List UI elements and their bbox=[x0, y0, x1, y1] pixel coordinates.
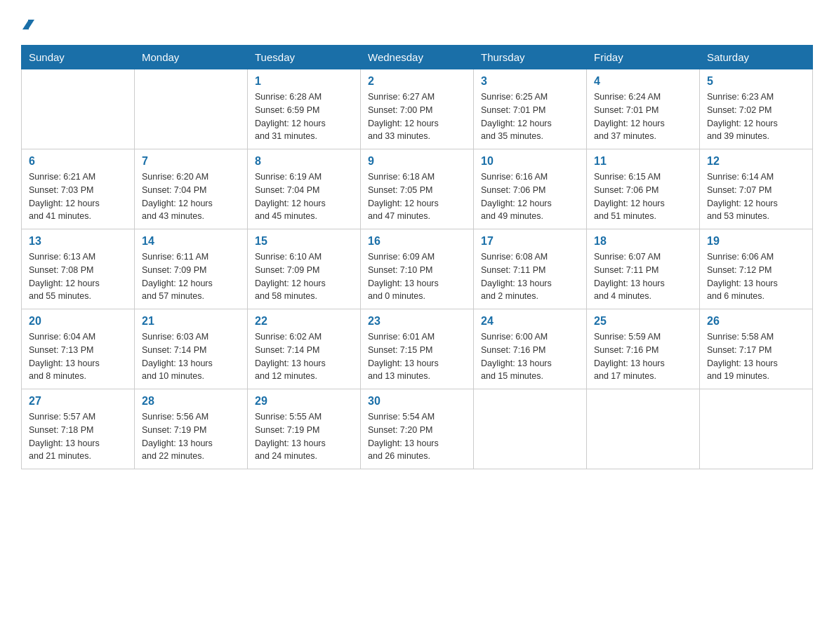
day-number: 24 bbox=[481, 315, 579, 328]
weekday-header-sunday: Sunday bbox=[22, 46, 135, 69]
day-info: Sunrise: 6:23 AM Sunset: 7:02 PM Dayligh… bbox=[707, 90, 805, 143]
logo-triangle-icon bbox=[22, 14, 34, 34]
calendar-cell: 16Sunrise: 6:09 AM Sunset: 7:10 PM Dayli… bbox=[361, 229, 474, 309]
calendar-cell bbox=[587, 389, 700, 469]
day-number: 20 bbox=[29, 315, 127, 328]
calendar-cell: 9Sunrise: 6:18 AM Sunset: 7:05 PM Daylig… bbox=[361, 149, 474, 229]
day-info: Sunrise: 6:18 AM Sunset: 7:05 PM Dayligh… bbox=[368, 170, 466, 223]
calendar-cell: 5Sunrise: 6:23 AM Sunset: 7:02 PM Daylig… bbox=[700, 69, 813, 149]
day-info: Sunrise: 6:14 AM Sunset: 7:07 PM Dayligh… bbox=[707, 170, 805, 223]
day-info: Sunrise: 6:03 AM Sunset: 7:14 PM Dayligh… bbox=[142, 330, 240, 383]
day-number: 4 bbox=[594, 75, 692, 88]
calendar-cell bbox=[135, 69, 248, 149]
day-number: 28 bbox=[142, 395, 240, 408]
weekday-header-thursday: Thursday bbox=[474, 46, 587, 69]
day-number: 10 bbox=[481, 155, 579, 168]
weekday-header-wednesday: Wednesday bbox=[361, 46, 474, 69]
day-number: 26 bbox=[707, 315, 805, 328]
calendar-week-row: 6Sunrise: 6:21 AM Sunset: 7:03 PM Daylig… bbox=[22, 149, 813, 229]
calendar-cell: 7Sunrise: 6:20 AM Sunset: 7:04 PM Daylig… bbox=[135, 149, 248, 229]
day-info: Sunrise: 6:01 AM Sunset: 7:15 PM Dayligh… bbox=[368, 330, 466, 383]
day-info: Sunrise: 5:56 AM Sunset: 7:19 PM Dayligh… bbox=[142, 410, 240, 463]
day-number: 1 bbox=[255, 75, 353, 88]
day-number: 25 bbox=[594, 315, 692, 328]
calendar-cell: 26Sunrise: 5:58 AM Sunset: 7:17 PM Dayli… bbox=[700, 309, 813, 389]
calendar-cell bbox=[474, 389, 587, 469]
day-info: Sunrise: 5:57 AM Sunset: 7:18 PM Dayligh… bbox=[29, 410, 127, 463]
day-number: 30 bbox=[368, 395, 466, 408]
weekday-header-tuesday: Tuesday bbox=[248, 46, 361, 69]
calendar-cell: 30Sunrise: 5:54 AM Sunset: 7:20 PM Dayli… bbox=[361, 389, 474, 469]
calendar-cell bbox=[700, 389, 813, 469]
day-info: Sunrise: 6:19 AM Sunset: 7:04 PM Dayligh… bbox=[255, 170, 353, 223]
day-number: 7 bbox=[142, 155, 240, 168]
day-info: Sunrise: 6:08 AM Sunset: 7:11 PM Dayligh… bbox=[481, 250, 579, 303]
day-number: 6 bbox=[29, 155, 127, 168]
day-number: 12 bbox=[707, 155, 805, 168]
calendar-cell: 14Sunrise: 6:11 AM Sunset: 7:09 PM Dayli… bbox=[135, 229, 248, 309]
calendar-cell: 11Sunrise: 6:15 AM Sunset: 7:06 PM Dayli… bbox=[587, 149, 700, 229]
day-info: Sunrise: 6:20 AM Sunset: 7:04 PM Dayligh… bbox=[142, 170, 240, 223]
day-info: Sunrise: 6:21 AM Sunset: 7:03 PM Dayligh… bbox=[29, 170, 127, 223]
calendar-cell: 27Sunrise: 5:57 AM Sunset: 7:18 PM Dayli… bbox=[22, 389, 135, 469]
calendar-cell: 25Sunrise: 5:59 AM Sunset: 7:16 PM Dayli… bbox=[587, 309, 700, 389]
day-info: Sunrise: 6:16 AM Sunset: 7:06 PM Dayligh… bbox=[481, 170, 579, 223]
day-info: Sunrise: 6:24 AM Sunset: 7:01 PM Dayligh… bbox=[594, 90, 692, 143]
day-number: 19 bbox=[707, 235, 805, 248]
day-info: Sunrise: 6:00 AM Sunset: 7:16 PM Dayligh… bbox=[481, 330, 579, 383]
calendar-cell: 6Sunrise: 6:21 AM Sunset: 7:03 PM Daylig… bbox=[22, 149, 135, 229]
day-number: 14 bbox=[142, 235, 240, 248]
calendar-cell: 20Sunrise: 6:04 AM Sunset: 7:13 PM Dayli… bbox=[22, 309, 135, 389]
day-number: 8 bbox=[255, 155, 353, 168]
day-number: 23 bbox=[368, 315, 466, 328]
calendar-cell: 13Sunrise: 6:13 AM Sunset: 7:08 PM Dayli… bbox=[22, 229, 135, 309]
day-info: Sunrise: 5:55 AM Sunset: 7:19 PM Dayligh… bbox=[255, 410, 353, 463]
day-number: 22 bbox=[255, 315, 353, 328]
day-info: Sunrise: 6:04 AM Sunset: 7:13 PM Dayligh… bbox=[29, 330, 127, 383]
day-info: Sunrise: 6:06 AM Sunset: 7:12 PM Dayligh… bbox=[707, 250, 805, 303]
calendar-week-row: 27Sunrise: 5:57 AM Sunset: 7:18 PM Dayli… bbox=[22, 389, 813, 469]
weekday-header-friday: Friday bbox=[587, 46, 700, 69]
day-info: Sunrise: 6:07 AM Sunset: 7:11 PM Dayligh… bbox=[594, 250, 692, 303]
day-number: 9 bbox=[368, 155, 466, 168]
day-info: Sunrise: 6:10 AM Sunset: 7:09 PM Dayligh… bbox=[255, 250, 353, 303]
day-info: Sunrise: 6:27 AM Sunset: 7:00 PM Dayligh… bbox=[368, 90, 466, 143]
calendar-cell bbox=[22, 69, 135, 149]
calendar-cell: 15Sunrise: 6:10 AM Sunset: 7:09 PM Dayli… bbox=[248, 229, 361, 309]
weekday-header-saturday: Saturday bbox=[700, 46, 813, 69]
day-number: 17 bbox=[481, 235, 579, 248]
day-number: 15 bbox=[255, 235, 353, 248]
calendar-cell: 18Sunrise: 6:07 AM Sunset: 7:11 PM Dayli… bbox=[587, 229, 700, 309]
day-info: Sunrise: 6:09 AM Sunset: 7:10 PM Dayligh… bbox=[368, 250, 466, 303]
calendar-cell: 19Sunrise: 6:06 AM Sunset: 7:12 PM Dayli… bbox=[700, 229, 813, 309]
day-number: 2 bbox=[368, 75, 466, 88]
calendar-week-row: 1Sunrise: 6:28 AM Sunset: 6:59 PM Daylig… bbox=[22, 69, 813, 149]
day-number: 11 bbox=[594, 155, 692, 168]
calendar-cell: 12Sunrise: 6:14 AM Sunset: 7:07 PM Dayli… bbox=[700, 149, 813, 229]
day-number: 18 bbox=[594, 235, 692, 248]
calendar-week-row: 13Sunrise: 6:13 AM Sunset: 7:08 PM Dayli… bbox=[22, 229, 813, 309]
day-number: 3 bbox=[481, 75, 579, 88]
day-number: 5 bbox=[707, 75, 805, 88]
calendar-cell: 4Sunrise: 6:24 AM Sunset: 7:01 PM Daylig… bbox=[587, 69, 700, 149]
day-number: 13 bbox=[29, 235, 127, 248]
calendar-cell: 3Sunrise: 6:25 AM Sunset: 7:01 PM Daylig… bbox=[474, 69, 587, 149]
calendar-cell: 24Sunrise: 6:00 AM Sunset: 7:16 PM Dayli… bbox=[474, 309, 587, 389]
calendar-cell: 22Sunrise: 6:02 AM Sunset: 7:14 PM Dayli… bbox=[248, 309, 361, 389]
logo bbox=[21, 14, 34, 31]
day-number: 21 bbox=[142, 315, 240, 328]
weekday-header-row: SundayMondayTuesdayWednesdayThursdayFrid… bbox=[22, 46, 813, 69]
page-header bbox=[21, 14, 813, 31]
day-info: Sunrise: 6:11 AM Sunset: 7:09 PM Dayligh… bbox=[142, 250, 240, 303]
day-number: 27 bbox=[29, 395, 127, 408]
calendar-cell: 29Sunrise: 5:55 AM Sunset: 7:19 PM Dayli… bbox=[248, 389, 361, 469]
calendar-cell: 1Sunrise: 6:28 AM Sunset: 6:59 PM Daylig… bbox=[248, 69, 361, 149]
day-info: Sunrise: 5:58 AM Sunset: 7:17 PM Dayligh… bbox=[707, 330, 805, 383]
calendar-cell: 17Sunrise: 6:08 AM Sunset: 7:11 PM Dayli… bbox=[474, 229, 587, 309]
calendar-cell: 2Sunrise: 6:27 AM Sunset: 7:00 PM Daylig… bbox=[361, 69, 474, 149]
calendar-cell: 21Sunrise: 6:03 AM Sunset: 7:14 PM Dayli… bbox=[135, 309, 248, 389]
day-info: Sunrise: 5:54 AM Sunset: 7:20 PM Dayligh… bbox=[368, 410, 466, 463]
weekday-header-monday: Monday bbox=[135, 46, 248, 69]
day-info: Sunrise: 6:28 AM Sunset: 6:59 PM Dayligh… bbox=[255, 90, 353, 143]
day-info: Sunrise: 6:25 AM Sunset: 7:01 PM Dayligh… bbox=[481, 90, 579, 143]
